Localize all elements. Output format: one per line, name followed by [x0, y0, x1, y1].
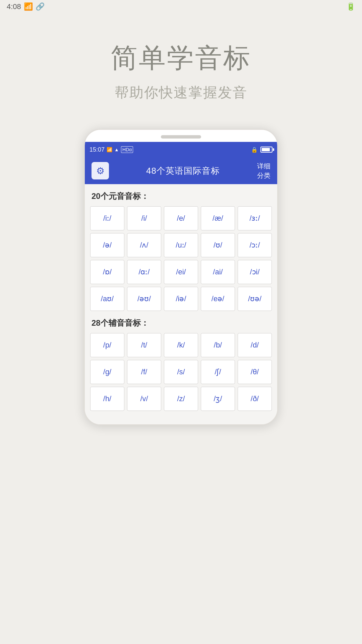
navbar-detail-button[interactable]: 详细分类 — [257, 161, 270, 180]
inner-status-right: 🔒 — [251, 147, 273, 153]
settings-icon[interactable]: ⚙ — [92, 162, 109, 179]
consonant-cell[interactable]: /g/ — [90, 360, 124, 384]
phone-speaker — [85, 130, 277, 142]
consonant-cell[interactable]: /ʃ/ — [201, 360, 235, 384]
consonant-cell[interactable]: /ð/ — [238, 387, 272, 411]
outer-time: 4:08 — [7, 2, 21, 11]
outer-status-right: 🔋 — [346, 2, 355, 11]
vowel-cell[interactable]: /i/ — [127, 206, 161, 230]
vowel-cell[interactable]: /ʌ/ — [127, 233, 161, 257]
app-title-section: 简单学音标 帮助你快速掌握发音 — [0, 13, 362, 115]
consonant-cell[interactable]: /v/ — [127, 387, 161, 411]
vowel-cell[interactable]: /ʊə/ — [238, 287, 272, 311]
consonant-section-title: 28个辅音音标： — [90, 318, 272, 328]
vowel-cell[interactable]: /əʊ/ — [127, 287, 161, 311]
consonant-cell[interactable]: /s/ — [164, 360, 198, 384]
consonant-cell[interactable]: /z/ — [164, 387, 198, 411]
outer-status-bar: 4:08 📶 🔗 🔋 — [0, 0, 362, 13]
consonant-cell[interactable]: /k/ — [164, 333, 198, 357]
phone-content: 20个元音音标： /iː//i//e//æ//ɜː//ə//ʌ//uː//ʊ//… — [85, 184, 277, 424]
inner-hd-label: HDα — [121, 146, 133, 153]
vowel-cell[interactable]: /ɑː/ — [127, 260, 161, 284]
vowel-cell[interactable]: /eə/ — [201, 287, 235, 311]
consonant-cell[interactable]: /h/ — [90, 387, 124, 411]
app-subtitle: 帮助你快速掌握发音 — [0, 83, 362, 102]
vowel-cell[interactable]: /iə/ — [164, 287, 198, 311]
app-navbar: ⚙ 48个英语国际音标 详细分类 — [85, 157, 277, 184]
consonant-cell[interactable]: /θ/ — [238, 360, 272, 384]
vowel-cell[interactable]: /uː/ — [164, 233, 198, 257]
consonant-cell[interactable]: /t/ — [127, 333, 161, 357]
signal-icon: 📶 — [24, 2, 33, 11]
outer-status-left: 4:08 📶 🔗 — [7, 2, 45, 11]
inner-status-left: 15:07 📶 ▲ HDα — [89, 146, 133, 153]
consonant-grid: /p//t//k//b//d//g//f//s//ʃ//θ//h//v//z//… — [90, 333, 272, 411]
wifi-icon: 🔗 — [36, 2, 45, 11]
inner-time: 15:07 — [89, 146, 105, 153]
consonant-cell[interactable]: /p/ — [90, 333, 124, 357]
vowel-cell[interactable]: /ɒ/ — [90, 260, 124, 284]
inner-battery-icon — [260, 147, 273, 153]
consonant-cell[interactable]: /d/ — [238, 333, 272, 357]
inner-status-bar: 15:07 📶 ▲ HDα 🔒 — [85, 142, 277, 157]
vowel-cell[interactable]: /ə/ — [90, 233, 124, 257]
vowel-cell[interactable]: /e/ — [164, 206, 198, 230]
vowel-cell[interactable]: /ɔː/ — [238, 233, 272, 257]
vowel-cell[interactable]: /ei/ — [164, 260, 198, 284]
app-title: 简单学音标 — [0, 40, 362, 76]
vowel-section-title: 20个元音音标： — [90, 191, 272, 202]
inner-wifi-icon: ▲ — [114, 147, 119, 152]
vowel-cell[interactable]: /aʊ/ — [90, 287, 124, 311]
vowel-grid: /iː//i//e//æ//ɜː//ə//ʌ//uː//ʊ//ɔː//ɒ//ɑː… — [90, 206, 272, 311]
consonant-cell[interactable]: /f/ — [127, 360, 161, 384]
inner-signal-icon: 📶 — [107, 147, 112, 152]
outer-battery-icon: 🔋 — [346, 2, 355, 11]
vowel-cell[interactable]: /ɔi/ — [238, 260, 272, 284]
consonant-cell[interactable]: /ʒ/ — [201, 387, 235, 411]
vowel-cell[interactable]: /ʊ/ — [201, 233, 235, 257]
phone-mockup: 15:07 📶 ▲ HDα 🔒 ⚙ 48个英语国际音标 详细分类 20个元音音标… — [84, 129, 278, 425]
consonant-cell[interactable]: /b/ — [201, 333, 235, 357]
navbar-title: 48个英语国际音标 — [146, 165, 220, 177]
vowel-cell[interactable]: /ɜː/ — [238, 206, 272, 230]
vowel-cell[interactable]: /æ/ — [201, 206, 235, 230]
vowel-cell[interactable]: /ai/ — [201, 260, 235, 284]
vowel-cell[interactable]: /iː/ — [90, 206, 124, 230]
speaker-bar — [161, 135, 201, 139]
lock-icon: 🔒 — [251, 147, 258, 153]
